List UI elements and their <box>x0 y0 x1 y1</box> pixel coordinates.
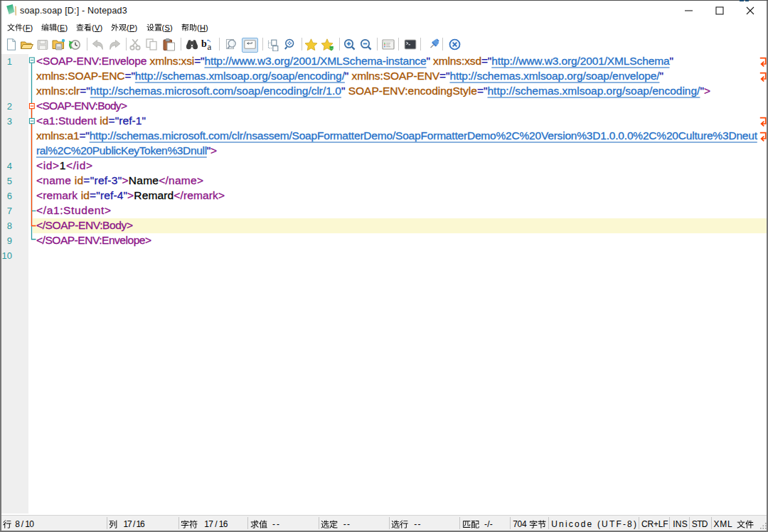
svg-text:b: b <box>201 38 207 49</box>
svg-text:a: a <box>208 41 212 50</box>
